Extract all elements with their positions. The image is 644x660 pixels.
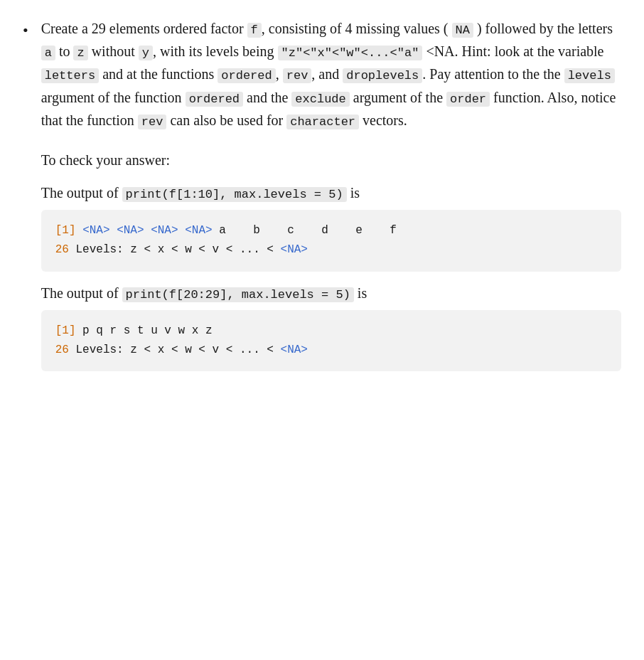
output2-after: is bbox=[354, 285, 367, 301]
code-ordered2: ordered bbox=[186, 92, 243, 107]
output2-label: The output of print(f[20:29], max.levels… bbox=[41, 282, 621, 304]
main-paragraph: Create a 29 elements ordered factor f, c… bbox=[41, 17, 621, 132]
code-order: order bbox=[446, 92, 490, 107]
code-block-2-line2: 26 Levels: z < x < w < v < ... < <NA> bbox=[55, 341, 607, 360]
code-y: y bbox=[139, 46, 153, 60]
code-rev: rev bbox=[283, 68, 312, 83]
output1-after: is bbox=[347, 185, 360, 201]
output2-code: print(f[20:29], max.levels = 5) bbox=[122, 287, 354, 302]
code-block-2: [1] p q r s t u v w x z 26 Levels: z < x… bbox=[41, 310, 621, 371]
bullet-content: Create a 29 elements ordered factor f, c… bbox=[41, 17, 621, 376]
na-val-4: <NA> bbox=[185, 224, 212, 237]
code-character: character bbox=[286, 115, 359, 129]
code-z: z bbox=[73, 46, 87, 60]
code-block-1-line1: [1] <NA> <NA> <NA> <NA> a b c d e f bbox=[55, 221, 607, 240]
na-level-1: <NA> bbox=[281, 243, 308, 256]
code-a: a bbox=[41, 46, 55, 60]
code-block-1-line2: 26 Levels: z < x < w < v < ... < <NA> bbox=[55, 240, 607, 260]
code-letters: letters bbox=[41, 68, 99, 83]
output2-before: The output of bbox=[41, 285, 122, 301]
bullet-dot: • bbox=[23, 18, 28, 43]
code-droplevels: droplevels bbox=[343, 68, 422, 83]
line-num-1: [1] bbox=[55, 224, 76, 237]
code-ordered: ordered bbox=[218, 68, 275, 83]
code-levels-string: "z"<"x"<"w"<...<"a" bbox=[278, 46, 423, 60]
bullet-section: • Create a 29 elements ordered factor f,… bbox=[23, 17, 621, 376]
output1-before: The output of bbox=[41, 185, 122, 201]
output1-code: print(f[1:10], max.levels = 5) bbox=[122, 187, 347, 202]
line-num-3: [1] bbox=[55, 324, 76, 337]
code-na-inline: NA bbox=[452, 23, 473, 38]
check-label: To check your answer: bbox=[41, 149, 621, 171]
code-exclude: exclude bbox=[291, 92, 349, 107]
line-num-4: 26 bbox=[55, 344, 69, 356]
code-block-2-line1: [1] p q r s t u v w x z bbox=[55, 321, 607, 341]
code-levels-arg: levels bbox=[564, 68, 615, 83]
line-num-2: 26 bbox=[55, 243, 69, 256]
code-rev2: rev bbox=[138, 115, 167, 129]
code-block-1: [1] <NA> <NA> <NA> <NA> a b c d e f 26 L… bbox=[41, 210, 621, 271]
na-val-3: <NA> bbox=[151, 224, 178, 237]
code-f: f bbox=[247, 23, 262, 38]
na-val-2: <NA> bbox=[117, 224, 144, 237]
output1-label: The output of print(f[1:10], max.levels … bbox=[41, 181, 621, 204]
na-level-2: <NA> bbox=[281, 344, 308, 356]
na-val-1: <NA> bbox=[82, 224, 109, 237]
